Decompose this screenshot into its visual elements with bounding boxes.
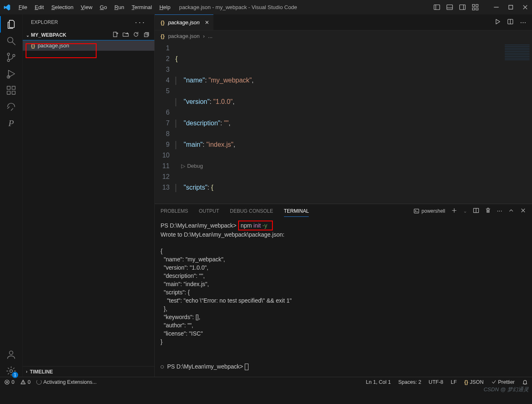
status-prettier[interactable]: Prettier [491,379,515,385]
menu-view[interactable]: View [78,2,95,12]
sidebar-title: EXPLORER [31,19,58,25]
breadcrumb-sep: › [203,33,205,39]
vscode-logo-icon [3,4,11,11]
menu-run[interactable]: Run [111,2,127,12]
activity-p-icon[interactable]: P [5,117,17,129]
activity-settings-icon[interactable]: 1 [5,365,17,377]
activity-run-debug-icon[interactable] [5,68,17,80]
watermark: CSDN @ 梦幻通灵 [484,386,529,393]
annotation-box-2: npm init -y [238,221,273,230]
line-gutter: 12345678910111213 [155,41,175,204]
status-warnings[interactable]: 0 [20,379,31,385]
tab-output[interactable]: OUTPUT [199,206,219,216]
activity-search-icon[interactable] [5,35,17,47]
layout-sidebar-left-icon[interactable] [433,4,440,11]
svg-rect-7 [476,5,478,7]
menu-terminal[interactable]: Terminal [129,2,155,12]
activity-extensions-icon[interactable] [5,85,17,96]
folder-actions [112,31,149,39]
window-title: package.json - my_webpack - Visual Studi… [179,4,432,10]
svg-rect-2 [447,5,453,10]
maximize-icon[interactable] [507,4,514,11]
close-icon[interactable] [522,4,529,11]
new-terminal-icon[interactable] [451,207,457,215]
breadcrumb-file: package.json [168,33,200,39]
layout-customize-icon[interactable] [472,4,479,11]
status-lang[interactable]: {} JSON [464,379,484,385]
collapse-all-icon[interactable] [143,31,149,39]
status-spaces[interactable]: Spaces: 2 [398,379,421,385]
panel-tabs: PROBLEMS OUTPUT DEBUG CONSOLE TERMINAL p… [155,204,532,218]
layout-sidebar-right-icon[interactable] [459,4,466,11]
terminal-shell-label[interactable]: powershell [414,208,445,214]
menu-go[interactable]: Go [97,2,110,12]
menu-selection[interactable]: Selection [48,2,76,12]
bottom-panel: PROBLEMS OUTPUT DEBUG CONSOLE TERMINAL p… [155,204,532,377]
menu-help[interactable]: Help [156,2,173,12]
file-item-package-json[interactable]: {} package.json [23,40,154,51]
json-file-icon: {} [161,19,165,26]
editor-more-icon[interactable]: ··· [520,18,526,27]
maximize-panel-icon[interactable] [508,207,514,215]
close-panel-icon[interactable] [520,207,526,215]
code-content: { "name": "my_webpack", "version": "1.0.… [175,41,532,204]
sidebar-more-icon[interactable]: ··· [135,18,146,27]
debug-codelens[interactable]: ▷Debug [175,161,532,171]
minimap[interactable] [505,45,530,61]
tabs-row: {} package.json ✕ ··· [155,14,532,31]
tab-close-icon[interactable]: ✕ [205,19,209,26]
activity-explorer-icon[interactable] [5,19,17,30]
svg-point-16 [7,53,9,55]
new-file-icon[interactable] [112,31,118,39]
tab-package-json[interactable]: {} package.json ✕ [155,14,213,30]
tab-terminal[interactable]: TERMINAL [284,206,309,217]
layout-panel-icon[interactable] [446,4,453,11]
status-notifications-icon[interactable] [522,379,528,385]
activity-source-control-icon[interactable] [5,52,17,63]
activity-accounts-icon[interactable] [5,349,17,360]
sidebar-header: EXPLORER ··· [23,14,154,30]
svg-rect-23 [12,91,15,94]
svg-rect-4 [460,5,466,10]
titlebar: File Edit Selection View Go Run Terminal… [0,0,532,14]
run-icon[interactable] [494,19,501,26]
svg-marker-28 [496,19,500,24]
svg-point-14 [7,37,13,42]
refresh-icon[interactable] [133,31,139,39]
code-editor[interactable]: 12345678910111213 { "name": "my_webpack"… [155,41,532,204]
breadcrumb[interactable]: {} package.json › ... [155,31,532,41]
kill-terminal-icon[interactable] [485,207,491,215]
status-eol[interactable]: LF [451,379,457,385]
activity-remote-icon[interactable] [5,101,17,113]
breadcrumb-more: ... [208,33,213,39]
folder-header[interactable]: ⌄MY_WEBPACK [23,30,154,40]
minimize-icon[interactable] [493,4,500,11]
svg-line-15 [12,42,15,45]
menu-file[interactable]: File [16,2,30,12]
file-name: package.json [38,42,69,49]
tab-label: package.json [168,19,200,26]
timeline-header[interactable]: ›TIMELINE [23,366,154,377]
editor-group: {} package.json ✕ ··· {} package.json › … [155,14,532,377]
terminal-output[interactable]: PS D:\MyLean\my_webpack> npm init -y Wro… [155,218,532,377]
settings-badge: 1 [12,372,18,378]
layout-icons [433,4,479,11]
svg-rect-11 [509,5,513,9]
status-encoding[interactable]: UTF-8 [429,379,443,385]
tab-problems[interactable]: PROBLEMS [161,206,188,216]
activity-bar: P 1 [0,14,23,377]
spinner-icon [36,379,42,385]
split-terminal-icon[interactable] [473,207,479,215]
panel-more-icon[interactable]: ··· [497,207,502,215]
svg-rect-8 [473,8,475,10]
editor-actions: ··· [489,14,532,30]
status-errors[interactable]: 0 [4,379,14,385]
status-ln-col[interactable]: Ln 1, Col 1 [366,379,391,385]
split-editor-icon[interactable] [507,19,513,26]
svg-rect-24 [12,86,15,89]
svg-rect-9 [476,8,478,10]
tab-debug-console[interactable]: DEBUG CONSOLE [230,206,273,216]
menu-edit[interactable]: Edit [32,2,47,12]
folder-name: ⌄MY_WEBPACK [26,32,66,38]
new-folder-icon[interactable] [123,31,129,39]
